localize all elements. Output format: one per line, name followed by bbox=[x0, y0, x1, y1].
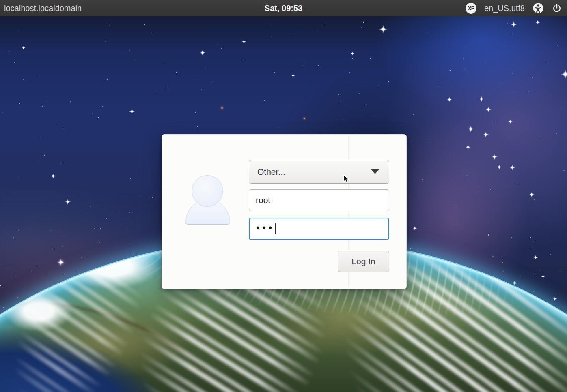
star bbox=[318, 65, 319, 66]
star bbox=[472, 86, 472, 86]
session-dropdown-label: Other... bbox=[257, 167, 285, 177]
star bbox=[363, 22, 364, 23]
star-sparkle bbox=[561, 69, 567, 79]
star-sparkle bbox=[413, 226, 417, 231]
star bbox=[8, 268, 8, 269]
panel-indicators: XF en_US.utf8 bbox=[466, 0, 562, 16]
star bbox=[165, 88, 166, 88]
star-sparkle bbox=[447, 97, 452, 102]
star bbox=[61, 163, 62, 163]
star bbox=[133, 253, 133, 253]
star bbox=[138, 166, 138, 167]
star bbox=[151, 33, 152, 33]
star bbox=[545, 64, 545, 64]
star bbox=[271, 36, 272, 36]
star bbox=[198, 75, 198, 76]
star bbox=[517, 184, 518, 184]
star bbox=[176, 72, 177, 73]
star-sparkle bbox=[65, 199, 71, 205]
star bbox=[422, 179, 423, 180]
accessibility-icon[interactable] bbox=[533, 2, 544, 14]
star bbox=[533, 240, 534, 241]
star bbox=[13, 237, 14, 238]
star bbox=[114, 173, 115, 174]
star bbox=[511, 237, 512, 238]
star bbox=[530, 237, 531, 238]
star bbox=[41, 218, 41, 218]
star bbox=[18, 230, 19, 231]
star bbox=[485, 63, 486, 63]
star bbox=[278, 127, 279, 128]
star bbox=[503, 271, 504, 272]
star-sparkle bbox=[22, 46, 26, 50]
star bbox=[90, 206, 91, 207]
star-sparkle bbox=[511, 21, 517, 28]
star bbox=[507, 23, 508, 24]
star bbox=[2, 112, 3, 113]
star bbox=[502, 262, 503, 263]
star bbox=[501, 84, 502, 84]
desktop-background: Other... ••• Log In bbox=[0, 16, 567, 392]
star bbox=[429, 139, 429, 139]
username-input[interactable] bbox=[249, 189, 389, 211]
session-dropdown[interactable]: Other... bbox=[249, 160, 389, 184]
star bbox=[139, 195, 140, 195]
star bbox=[563, 170, 564, 171]
star bbox=[413, 114, 414, 115]
star bbox=[81, 257, 82, 257]
star bbox=[38, 159, 39, 159]
password-input[interactable]: ••• bbox=[249, 218, 389, 240]
star bbox=[370, 58, 371, 58]
star bbox=[105, 41, 106, 42]
text-caret bbox=[275, 223, 276, 234]
star bbox=[195, 112, 196, 113]
star bbox=[130, 178, 130, 179]
star bbox=[45, 274, 46, 274]
star bbox=[304, 62, 305, 62]
star bbox=[427, 32, 428, 33]
star bbox=[540, 272, 541, 272]
star bbox=[341, 118, 341, 118]
star bbox=[359, 93, 360, 94]
star bbox=[450, 70, 451, 71]
star bbox=[340, 101, 341, 101]
star-sparkle bbox=[483, 132, 489, 138]
star bbox=[556, 133, 556, 134]
star-sparkle bbox=[533, 255, 538, 260]
login-button[interactable]: Log In bbox=[338, 251, 389, 272]
star bbox=[52, 249, 53, 250]
user-avatar bbox=[185, 175, 230, 225]
star-sparkle bbox=[485, 107, 492, 113]
star bbox=[41, 138, 41, 138]
star bbox=[136, 60, 136, 61]
star bbox=[44, 155, 45, 155]
star bbox=[264, 100, 265, 101]
star bbox=[467, 175, 467, 176]
locale-menu-label[interactable]: en_US.utf8 bbox=[484, 4, 525, 13]
power-icon[interactable] bbox=[552, 3, 562, 13]
keyboard-layout-icon[interactable]: XF bbox=[466, 3, 476, 14]
star bbox=[63, 272, 64, 273]
star bbox=[41, 158, 42, 159]
star bbox=[557, 45, 558, 46]
star-sparkle bbox=[379, 25, 388, 34]
star bbox=[110, 25, 110, 26]
password-masked-text: ••• bbox=[256, 223, 275, 233]
star bbox=[31, 271, 32, 271]
star bbox=[3, 307, 4, 308]
login-button-label: Log In bbox=[351, 257, 375, 266]
star bbox=[529, 91, 529, 92]
star bbox=[494, 121, 494, 121]
star bbox=[534, 199, 535, 200]
orange-star bbox=[221, 107, 223, 109]
star bbox=[533, 291, 534, 292]
star-sparkle bbox=[508, 120, 513, 124]
star bbox=[106, 218, 107, 219]
star bbox=[540, 53, 541, 54]
star bbox=[100, 228, 101, 229]
star bbox=[211, 84, 212, 84]
star bbox=[57, 126, 58, 126]
star bbox=[180, 114, 180, 114]
star bbox=[0, 285, 1, 286]
star-sparkle bbox=[466, 145, 471, 150]
